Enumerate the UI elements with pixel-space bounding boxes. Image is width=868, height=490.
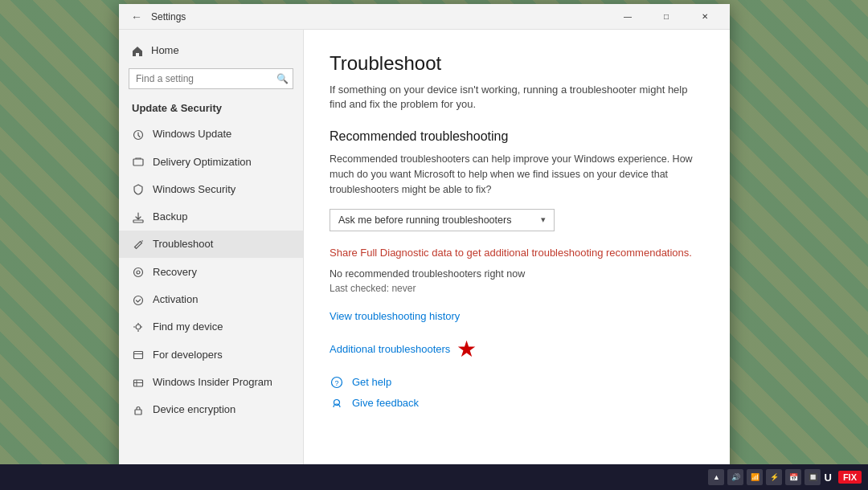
taskbar: ▲ 🔊 📶 ⚡ 📅 🔲 U FIX bbox=[0, 464, 868, 490]
last-checked-text: Last checked: never bbox=[330, 283, 704, 294]
titlebar-left: ← Settings bbox=[129, 9, 186, 25]
sidebar-item-for-developers[interactable]: For developers bbox=[119, 341, 303, 368]
activation-icon bbox=[132, 292, 145, 305]
find-device-icon bbox=[132, 321, 145, 333]
svg-rect-7 bbox=[134, 352, 143, 359]
delivery-icon bbox=[132, 155, 145, 168]
shield-icon bbox=[132, 182, 145, 195]
close-button[interactable]: ✕ bbox=[686, 4, 723, 30]
windows-update-label: Windows Update bbox=[153, 128, 231, 140]
troubleshoot-dropdown[interactable]: Ask me before running troubleshooters ▾ bbox=[330, 209, 555, 231]
taskbar-icon-2: 🔊 bbox=[727, 469, 743, 485]
content-area: Home 🔍 Update & Security Windows Update bbox=[119, 30, 730, 482]
taskbar-icon-3: 📶 bbox=[747, 469, 763, 485]
sidebar-item-activation[interactable]: Activation bbox=[119, 285, 303, 312]
svg-rect-2 bbox=[133, 220, 143, 223]
taskbar-u-label: U bbox=[824, 472, 831, 484]
taskbar-icon-1: ▲ bbox=[708, 469, 724, 485]
titlebar: ← Settings — □ ✕ bbox=[119, 4, 730, 30]
get-help-row[interactable]: ? Get help bbox=[330, 375, 704, 390]
svg-point-3 bbox=[134, 268, 143, 277]
sidebar-item-windows-security[interactable]: Windows Security bbox=[119, 175, 303, 202]
svg-rect-1 bbox=[133, 159, 143, 165]
developers-label: For developers bbox=[153, 349, 223, 361]
dropdown-value: Ask me before running troubleshooters bbox=[338, 214, 511, 226]
sidebar: Home 🔍 Update & Security Windows Update bbox=[119, 30, 304, 482]
svg-point-4 bbox=[137, 271, 140, 274]
settings-window: ← Settings — □ ✕ Home 🔍 bbox=[119, 4, 730, 482]
recommended-desc: Recommended troubleshooters can help imp… bbox=[330, 152, 704, 197]
windows-security-label: Windows Security bbox=[153, 183, 235, 195]
developers-icon bbox=[132, 348, 145, 361]
give-feedback-link[interactable]: Give feedback bbox=[352, 397, 419, 409]
encryption-label: Device encryption bbox=[153, 403, 235, 415]
window-title: Settings bbox=[151, 11, 186, 22]
page-title: Troubleshoot bbox=[330, 52, 704, 75]
svg-point-6 bbox=[136, 325, 141, 329]
svg-rect-9 bbox=[135, 410, 141, 414]
sidebar-item-windows-update[interactable]: Windows Update bbox=[119, 120, 303, 148]
search-box: 🔍 bbox=[129, 68, 293, 89]
maximize-button[interactable]: □ bbox=[648, 4, 685, 30]
troubleshoot-icon bbox=[132, 238, 145, 251]
insider-icon bbox=[132, 375, 145, 388]
taskbar-icon-4: ⚡ bbox=[766, 469, 782, 485]
svg-text:?: ? bbox=[334, 379, 338, 387]
home-label: Home bbox=[151, 44, 179, 56]
back-button[interactable]: ← bbox=[129, 9, 145, 25]
red-star-icon: ★ bbox=[457, 338, 477, 361]
additional-section: Additional troubleshooters ★ bbox=[330, 338, 704, 361]
fix-badge: FIX bbox=[838, 471, 862, 484]
sidebar-item-windows-insider[interactable]: Windows Insider Program bbox=[119, 368, 303, 395]
sidebar-item-device-encryption[interactable]: Device encryption bbox=[119, 396, 303, 423]
home-icon bbox=[132, 44, 143, 57]
sidebar-item-delivery-optimization[interactable]: Delivery Optimization bbox=[119, 148, 303, 175]
sidebar-item-troubleshoot[interactable]: Troubleshoot bbox=[119, 231, 303, 258]
dropdown-arrow-icon: ▾ bbox=[541, 214, 546, 225]
troubleshoot-label: Troubleshoot bbox=[153, 238, 213, 250]
recommended-section-title: Recommended troubleshooting bbox=[330, 129, 704, 144]
give-feedback-row[interactable]: Give feedback bbox=[330, 396, 704, 410]
taskbar-clock: 📅 bbox=[785, 469, 801, 485]
delivery-optimization-label: Delivery Optimization bbox=[153, 156, 252, 168]
window-controls: — □ ✕ bbox=[609, 4, 723, 30]
sidebar-item-backup[interactable]: Backup bbox=[119, 202, 303, 230]
share-diagnostic-link[interactable]: Share Full Diagnostic data to get additi… bbox=[330, 246, 704, 260]
additional-troubleshooters-link[interactable]: Additional troubleshooters bbox=[330, 343, 450, 355]
main-panel: Troubleshoot If something on your device… bbox=[304, 30, 730, 482]
insider-label: Windows Insider Program bbox=[153, 376, 272, 388]
svg-point-5 bbox=[134, 296, 143, 304]
find-device-label: Find my device bbox=[153, 321, 223, 333]
backup-icon bbox=[132, 210, 145, 223]
windows-update-icon bbox=[132, 128, 145, 141]
search-icon[interactable]: 🔍 bbox=[276, 73, 289, 84]
sidebar-section-title: Update & Security bbox=[119, 99, 303, 120]
recovery-label: Recovery bbox=[153, 266, 197, 278]
recovery-icon bbox=[132, 265, 145, 278]
minimize-button[interactable]: — bbox=[609, 4, 646, 30]
sidebar-item-home[interactable]: Home bbox=[119, 38, 303, 63]
backup-label: Backup bbox=[153, 210, 187, 223]
taskbar-notif: 🔲 bbox=[805, 469, 821, 485]
encryption-icon bbox=[132, 403, 145, 416]
no-troubleshooters-text: No recommended troubleshooters right now bbox=[330, 268, 704, 280]
view-history-link[interactable]: View troubleshooting history bbox=[330, 310, 704, 322]
activation-label: Activation bbox=[153, 293, 198, 305]
search-input[interactable] bbox=[129, 68, 293, 89]
get-help-icon: ? bbox=[330, 375, 344, 390]
sidebar-item-find-my-device[interactable]: Find my device bbox=[119, 313, 303, 341]
sidebar-item-recovery[interactable]: Recovery bbox=[119, 258, 303, 285]
give-feedback-icon bbox=[330, 396, 344, 410]
page-description: If something on your device isn't workin… bbox=[330, 83, 704, 112]
get-help-link[interactable]: Get help bbox=[352, 376, 391, 388]
